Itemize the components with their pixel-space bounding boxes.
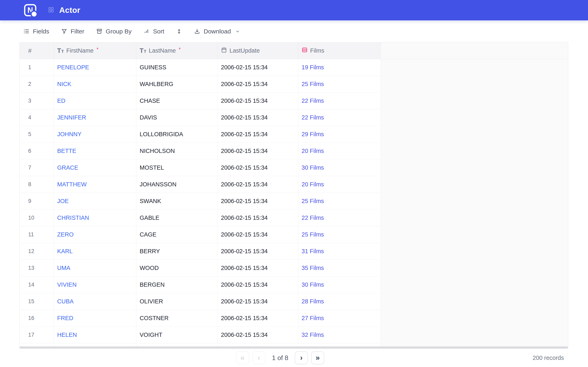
films-cell[interactable] <box>298 343 381 347</box>
lastname-cell[interactable]: MOSTEL <box>136 159 218 176</box>
films-cell[interactable]: 27 Films <box>298 310 381 327</box>
lastupdate-cell[interactable]: 2006-02-15 15:34 <box>218 210 298 226</box>
lastupdate-cell[interactable]: 2006-02-15 15:34 <box>218 293 298 310</box>
firstname-link[interactable]: PENELOPE <box>57 64 89 71</box>
lastname-cell[interactable]: NICHOLSON <box>136 143 218 159</box>
firstname-cell[interactable]: HELEN <box>54 327 136 343</box>
lastupdate-cell[interactable]: 2006-02-15 15:34 <box>218 143 298 159</box>
lastname-cell[interactable]: SWANK <box>136 193 218 210</box>
firstname-link[interactable]: JOHNNY <box>57 131 81 138</box>
lastupdate-cell[interactable]: 2006-02-15 15:34 <box>218 76 298 92</box>
firstname-link[interactable]: CHRISTIAN <box>57 215 89 221</box>
films-cell[interactable]: 30 Films <box>298 159 381 176</box>
firstname-link[interactable]: ZERO <box>57 231 74 238</box>
firstname-cell[interactable]: NICK <box>54 76 136 92</box>
horizontal-scrollbar[interactable] <box>19 346 568 349</box>
films-link[interactable]: 22 Films <box>302 215 324 221</box>
firstname-cell[interactable]: KARL <box>54 243 136 260</box>
lastupdate-cell[interactable]: 2006-02-15 15:34 <box>218 310 298 327</box>
films-link[interactable]: 30 Films <box>302 164 324 171</box>
films-cell[interactable]: 25 Films <box>298 76 381 92</box>
column-header-films[interactable]: Films <box>298 42 381 59</box>
lastupdate-cell[interactable]: 2006-02-15 15:34 <box>218 59 298 76</box>
group-by-button[interactable]: Group By <box>96 28 132 35</box>
firstname-cell[interactable]: JOE <box>54 193 136 210</box>
lastname-cell[interactable]: BERGEN <box>136 276 218 293</box>
firstname-link[interactable]: KARL <box>57 248 73 255</box>
last-page-button[interactable]: » <box>311 351 324 364</box>
films-link[interactable]: 28 Films <box>302 298 324 305</box>
firstname-cell[interactable]: FRED <box>54 310 136 327</box>
films-link[interactable]: 35 Films <box>302 265 324 271</box>
lastupdate-cell[interactable]: 2006-02-15 15:34 <box>218 109 298 126</box>
firstname-link[interactable]: CUBA <box>57 298 74 305</box>
lastupdate-cell[interactable]: 2006-02-15 15:34 <box>218 276 298 293</box>
films-cell[interactable]: 20 Films <box>298 176 381 193</box>
download-button[interactable]: Download <box>194 28 240 35</box>
lastupdate-cell[interactable]: 2006-02-15 15:34 <box>218 193 298 210</box>
firstname-link[interactable]: BETTE <box>57 148 76 154</box>
firstname-link[interactable]: HELEN <box>57 332 77 338</box>
lastname-cell[interactable]: CHASE <box>136 92 218 109</box>
lastname-cell[interactable]: WAHLBERG <box>136 76 218 92</box>
firstname-cell[interactable]: PENELOPE <box>54 59 136 76</box>
column-header-lastname[interactable]: TT LastName * <box>136 42 218 59</box>
films-cell[interactable]: 22 Films <box>298 210 381 226</box>
films-cell[interactable]: 25 Films <box>298 193 381 210</box>
lastname-cell[interactable]: LOLLOBRIGIDA <box>136 126 218 143</box>
firstname-cell[interactable]: GRACE <box>54 159 136 176</box>
firstname-link[interactable]: UMA <box>57 265 70 271</box>
lastname-cell[interactable]: OLIVIER <box>136 293 218 310</box>
firstname-cell[interactable]: BETTE <box>54 143 136 159</box>
films-cell[interactable]: 20 Films <box>298 143 381 159</box>
firstname-cell[interactable]: CHRISTIAN <box>54 210 136 226</box>
lastname-cell[interactable]: JOHANSSON <box>136 176 218 193</box>
firstname-cell[interactable]: ED <box>54 92 136 109</box>
column-header-row-number[interactable]: # <box>20 42 54 59</box>
lastname-cell[interactable]: GABLE <box>136 210 218 226</box>
films-link[interactable]: 25 Films <box>302 231 324 238</box>
prev-page-button[interactable]: ‹ <box>252 351 265 364</box>
films-cell[interactable]: 22 Films <box>298 109 381 126</box>
lastname-cell[interactable]: VOIGHT <box>136 327 218 343</box>
lastupdate-cell[interactable]: 2006-02-15 15:34 <box>218 260 298 276</box>
firstname-cell[interactable]: VIVIEN <box>54 276 136 293</box>
column-header-firstname[interactable]: TT FirstName * <box>54 42 136 59</box>
lastname-cell[interactable] <box>136 343 218 347</box>
films-link[interactable]: 22 Films <box>302 114 324 121</box>
films-link[interactable]: 22 Films <box>302 98 324 104</box>
sort-button[interactable]: Sort <box>143 28 164 35</box>
films-link[interactable]: 27 Films <box>302 315 324 322</box>
lastname-cell[interactable]: CAGE <box>136 226 218 243</box>
films-cell[interactable]: 22 Films <box>298 92 381 109</box>
nocodb-logo[interactable]: N <box>24 4 36 16</box>
lastupdate-cell[interactable]: 2006-02-15 15:34 <box>218 126 298 143</box>
films-link[interactable]: 32 Films <box>302 332 324 338</box>
films-link[interactable]: 19 Films <box>302 64 324 71</box>
firstname-cell[interactable]: JOHNNY <box>54 126 136 143</box>
films-link[interactable]: 30 Films <box>302 281 324 288</box>
lastupdate-cell[interactable]: 2006-02-15 15:34 <box>218 159 298 176</box>
firstname-link[interactable]: MATTHEW <box>57 181 86 188</box>
firstname-cell[interactable]: UMA <box>54 260 136 276</box>
films-cell[interactable]: 35 Films <box>298 260 381 276</box>
lastname-cell[interactable]: BERRY <box>136 243 218 260</box>
films-cell[interactable]: 25 Films <box>298 226 381 243</box>
films-link[interactable]: 31 Films <box>302 248 324 255</box>
films-cell[interactable]: 32 Films <box>298 327 381 343</box>
fields-button[interactable]: Fields <box>23 28 49 35</box>
lastupdate-cell[interactable]: 2006-02-15 15:34 <box>218 176 298 193</box>
films-link[interactable]: 25 Films <box>302 81 324 87</box>
films-cell[interactable]: 19 Films <box>298 59 381 76</box>
first-page-button[interactable]: « <box>236 351 249 364</box>
filter-button[interactable]: Filter <box>61 28 84 35</box>
films-cell[interactable]: 28 Films <box>298 293 381 310</box>
films-cell[interactable]: 31 Films <box>298 243 381 260</box>
films-link[interactable]: 29 Films <box>302 131 324 138</box>
firstname-cell[interactable]: CUBA <box>54 293 136 310</box>
films-cell[interactable]: 29 Films <box>298 126 381 143</box>
films-link[interactable]: 20 Films <box>302 181 324 188</box>
firstname-cell[interactable] <box>54 343 136 347</box>
lastupdate-cell[interactable]: 2006-02-15 15:34 <box>218 92 298 109</box>
firstname-link[interactable]: GRACE <box>57 164 78 171</box>
